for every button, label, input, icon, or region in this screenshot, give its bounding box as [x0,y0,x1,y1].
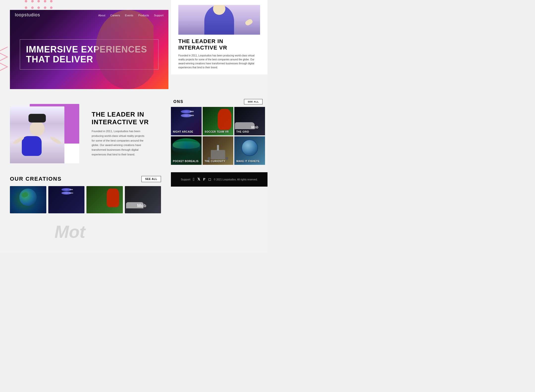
aurora-band [173,141,200,149]
token-display: 2000 1.000 [61,188,71,195]
card-make-it-fisheye[interactable]: MAKE IT FISHEYE [234,136,265,165]
footer-support-link[interactable]: Support [181,178,190,181]
hero-person-image [89,10,154,89]
navigation: loopstudios About Careers Events Product… [10,10,168,20]
mot-large-text: Mot [0,221,171,241]
creations-right-see-all-button[interactable]: SEE ALL [244,99,263,104]
token-large-1000: 1.000 [181,114,192,117]
hero-section: loopstudios About Careers Events Product… [10,10,168,97]
person-silhouette [10,106,64,163]
fisheye-label: MAKE IT FISHEYE [236,160,263,163]
top-right-panel: THE LEADER IN INTERACTIVE VR Founded in … [171,0,268,74]
bottom-card-car[interactable]: Mob [125,186,161,213]
fisheye-lens [241,139,258,156]
person-head-vr [30,121,45,136]
wheel-left [208,157,211,160]
token-2000: 2000 [61,188,71,191]
leader-body-left: Founded in 2011, Loopstudios has been pr… [92,129,146,157]
arcade-tokens: 2000 1.000 [181,110,192,117]
bottom-card-earth[interactable] [10,186,46,213]
soccer-background [86,186,123,213]
card-the-grid[interactable]: Mob THE GRID [234,107,265,135]
vr-headset [28,114,46,122]
curiosity-label: THE CURIOSITY [205,160,231,163]
leader-body-top: Founded in 2011, Loopstudios has been pr… [178,54,260,70]
top-area: loopstudios About Careers Events Product… [0,0,268,97]
creations-title: OUR CREATIONS [10,176,62,182]
nav-links: About Careers Events Products Support [98,13,163,17]
vr-person-image [10,106,64,163]
lens-highlight [242,140,257,155]
bottom-card-soccer[interactable] [86,186,123,213]
footer: Support  𝕏 𝐏 ◻ © 2021 Loopstudios. All … [171,172,268,187]
card-soccer-team-vr[interactable]: SOCCER TEAM VR [203,107,233,135]
nav-products[interactable]: Products [138,14,149,17]
main-content-left: THE LEADER IN INTERACTIVE VR Founded in … [0,97,171,253]
nav-support[interactable]: Support [154,14,163,17]
nav-events[interactable]: Events [125,14,133,17]
card-night-arcade[interactable]: 2000 1.000 NIGHT ARCADE [171,107,202,135]
logo: loopstudios [15,12,40,18]
leader-title-left: THE LEADER IN INTERACTIVE VR [92,111,161,126]
card-pocket-borealis[interactable]: POCKET BOREALIS [171,136,202,165]
soccer-player [107,189,119,207]
leader-title-top: THE LEADER IN INTERACTIVE VR [178,38,260,51]
borealis-label: POCKET BOREALIS [173,160,200,163]
creations-see-all-button[interactable]: SEE ALL [141,176,161,182]
creations-right-grid: 2000 1.000 NIGHT ARCADE SOCCER T [171,107,268,167]
hero-background: loopstudios About Careers Events Product… [10,10,168,89]
footer-copyright: © 2021 Loopstudios. All rights reserved. [214,178,258,181]
car-background: Mob [125,186,161,213]
below-hero-section: THE LEADER IN INTERACTIVE VR Founded in … [0,97,268,253]
creations-right-header: ONS SEE ALL [171,97,268,107]
footer-social-links:  𝕏 𝐏 ◻ [193,177,211,182]
mob-text: Mob [137,203,146,208]
card-the-curiosity[interactable]: THE CURIOSITY [203,136,233,165]
pinterest-icon[interactable]: 𝐏 [203,177,205,182]
instagram-icon[interactable]: ◻ [208,177,211,182]
rover-mast [217,145,219,150]
creations-right-title: ONS [173,99,184,104]
page-wrapper: loopstudios About Careers Events Product… [0,0,268,253]
token-large-2000: 2000 [181,110,192,113]
twitter-icon[interactable]: 𝕏 [197,177,200,182]
earth-globe [19,189,37,206]
soccer-player-vr [218,109,231,130]
rover-body [211,150,225,159]
mob-label: Mob [251,125,258,129]
creations-section: OUR CREATIONS SEE ALL [0,171,171,221]
person-body-vr [22,136,42,156]
night-arcade-label: NIGHT ARCADE [173,130,200,133]
earth-land [21,191,29,198]
creations-right-panel: ONS SEE ALL 2000 1.000 [171,97,268,253]
earth-background [10,186,46,213]
leader-content-left: THE LEADER IN INTERACTIVE VR Founded in … [87,111,161,157]
wheel-right [225,157,228,160]
arm-right [50,136,62,145]
grid-label: THE GRID [236,130,263,133]
creations-grid-bottom: 2000 1.000 [10,186,161,213]
bottom-card-arcade[interactable]: 2000 1.000 [48,186,85,213]
nav-careers[interactable]: Careers [110,14,120,17]
middle-section: THE LEADER IN INTERACTIVE VR Founded in … [0,97,171,171]
top-person-photo [178,5,260,35]
token-1000: 1.000 [61,192,71,195]
facebook-icon[interactable]:  [193,177,194,182]
vr-person-container [10,104,79,163]
person-hand [244,18,253,26]
creations-header: OUR CREATIONS SEE ALL [10,176,161,182]
arcade-background: 2000 1.000 [48,186,85,213]
nav-about[interactable]: About [98,14,106,17]
bottom-section: Mot [0,221,171,253]
soccer-vr-label: SOCCER TEAM VR [205,130,231,133]
